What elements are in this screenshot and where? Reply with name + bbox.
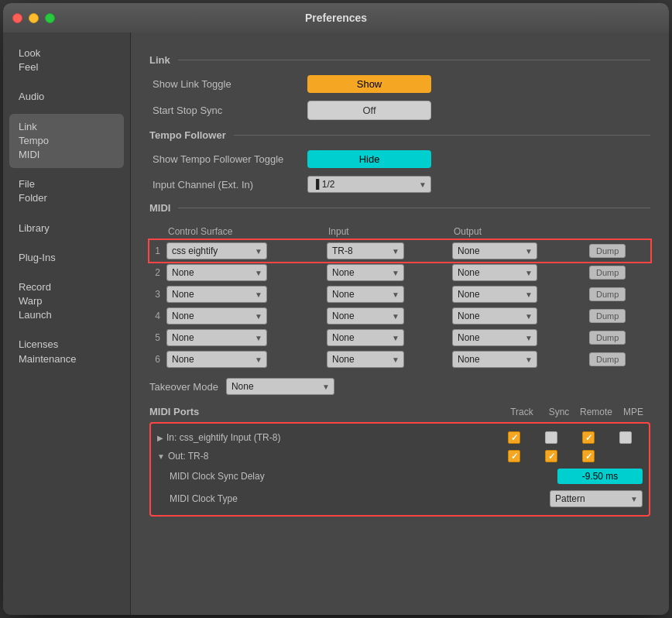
col-dump-header [586,223,650,240]
row-6-dump-button[interactable]: Dump [589,352,626,366]
in-track-checkbox[interactable] [508,431,520,444]
in-remote-cb-wrapper [571,431,605,444]
minimize-button[interactable] [29,13,39,23]
row-3-output-select[interactable]: None [452,286,537,303]
midi-clock-sync-delay-input[interactable] [557,469,643,484]
midi-ports-columns: Track Sync Remote MPE [505,407,650,417]
row-4-input-select-wrapper: None ▼ [327,307,404,324]
row-6-output-select[interactable]: None [452,351,537,368]
row-4-control-select[interactable]: None [166,307,267,324]
col-input-header: Input [324,223,449,240]
midi-section-label: MIDI [149,202,170,214]
row-5-dump: Dump [586,327,650,348]
row-4-dump-button[interactable]: Dump [589,309,626,323]
row-4-control-select-wrapper: None ▼ [166,307,267,324]
sidebar-item-audio[interactable]: Audio [9,84,124,110]
input-channel-label: Input Channel (Ext. In) [153,179,307,191]
row-3-input: None ▼ [324,283,449,305]
midi-clock-type-select[interactable]: Pattern Song [550,490,643,507]
row-3-input-select[interactable]: None [327,286,404,303]
show-tempo-follower-button[interactable]: Hide [307,150,431,168]
in-sync-checkbox[interactable] [545,431,557,444]
out-port-expand-icon[interactable]: ▼ [157,452,165,461]
row-1-control: css eightify None ▼ [163,240,324,262]
traffic-lights [12,13,55,23]
row-6-control-select[interactable]: None [166,351,267,368]
midi-row-2: 2 None ▼ None [149,262,650,283]
row-6-num: 6 [149,348,163,370]
row-6-input-select[interactable]: None [327,351,404,368]
row-5-input-select[interactable]: None [327,329,404,346]
in-sync-cb-wrapper [534,431,568,444]
start-stop-sync-row: Start Stop Sync Off [149,101,650,120]
title-bar: Preferences [3,3,669,33]
row-3-output-select-wrapper: None ▼ [452,286,537,303]
sidebar-item-link-tempo-midi[interactable]: Link Tempo MIDI [9,114,124,169]
midi-section-line [178,208,650,208]
row-6-input-select-wrapper: None ▼ [327,351,404,368]
row-3-control-select[interactable]: None [166,286,267,303]
input-channel-select[interactable]: ▐ 1/2 3/4 [307,176,431,193]
in-mpe-checkbox[interactable] [619,431,632,444]
sidebar-item-record-warp-launch[interactable]: Record Warp Launch [9,274,124,329]
out-remote-checkbox[interactable] [582,450,595,462]
close-button[interactable] [12,13,22,23]
out-mpe-cb-wrapper [609,450,643,462]
row-1-input-select[interactable]: TR-8 None [327,242,404,259]
out-track-checkbox[interactable] [508,450,520,462]
row-3-control-select-wrapper: None ▼ [166,286,267,303]
row-2-input-select[interactable]: None [327,264,404,281]
takeover-select[interactable]: None Pickup Value Scaling [226,378,334,395]
in-port-expand-icon[interactable]: ▶ [157,434,163,442]
show-tempo-follower-label: Show Tempo Follower Toggle [153,153,307,165]
show-link-toggle-button[interactable]: Show [307,75,431,93]
takeover-mode-label: Takeover Mode [149,381,218,393]
row-5-control-select[interactable]: None [166,329,267,346]
row-1-dump-button[interactable]: Dump [589,244,626,258]
midi-clock-type-label: MIDI Clock Type [170,493,550,504]
in-remote-checkbox[interactable] [582,431,595,444]
main-panel: Link Show Link Toggle Show Start Stop Sy… [131,33,669,615]
row-1-control-select-wrapper: css eightify None ▼ [166,242,267,259]
row-3-dump-button[interactable]: Dump [589,287,626,301]
midi-section-header: MIDI [149,202,650,214]
input-channel-row: Input Channel (Ext. In) ▐ 1/2 3/4 ▼ [149,176,650,193]
sidebar-item-licenses-maintenance[interactable]: Licenses Maintenance [9,331,124,372]
out-port-row: ▼ Out: TR-8 [157,447,643,465]
sidebar-item-file-folder[interactable]: File Folder [9,171,124,211]
col-num-header [149,223,163,240]
row-6-control: None ▼ [163,348,324,370]
sidebar-item-look-feel[interactable]: Look Feel [9,40,124,81]
row-6-input: None ▼ [324,348,449,370]
link-section-label: Link [149,54,170,66]
row-5-dump-button[interactable]: Dump [589,331,626,345]
col-control-header: Control Surface [163,223,324,240]
row-4-output-select[interactable]: None [452,307,537,324]
show-link-toggle-row: Show Link Toggle Show [149,75,650,93]
row-5-output: None ▼ [449,327,586,348]
out-port-name: Out: TR-8 [168,451,497,462]
midi-ports-section: MIDI Ports Track Sync Remote MPE ▶ In: c… [149,406,650,517]
tempo-follower-header: Tempo Follower [149,129,650,141]
row-4-dump: Dump [586,305,650,327]
midi-ports-box: ▶ In: css_eightify Input (TR-8) [149,422,650,517]
row-2-control-select[interactable]: None [166,264,267,281]
fullscreen-button[interactable] [45,13,55,23]
start-stop-sync-button[interactable]: Off [307,101,431,120]
row-4-input-select[interactable]: None [327,307,404,324]
show-link-toggle-label: Show Link Toggle [153,78,307,90]
sidebar-item-library[interactable]: Library [9,215,124,242]
sidebar-item-plug-ins[interactable]: Plug-Ins [9,245,124,271]
row-1-control-select[interactable]: css eightify None [166,242,267,259]
takeover-mode-row: Takeover Mode None Pickup Value Scaling … [149,378,650,395]
row-3-control: None ▼ [163,283,324,305]
row-6-output: None ▼ [449,348,586,370]
out-sync-checkbox[interactable] [545,450,557,462]
row-2-dump-button[interactable]: Dump [589,266,626,280]
row-2-control-select-wrapper: None ▼ [166,264,267,281]
row-2-output-select[interactable]: None [452,264,537,281]
row-5-output-select[interactable]: None [452,329,537,346]
row-1-input: TR-8 None ▼ [324,240,449,262]
row-1-output-select[interactable]: None TR-8 [452,242,537,259]
row-6-output-select-wrapper: None ▼ [452,351,537,368]
